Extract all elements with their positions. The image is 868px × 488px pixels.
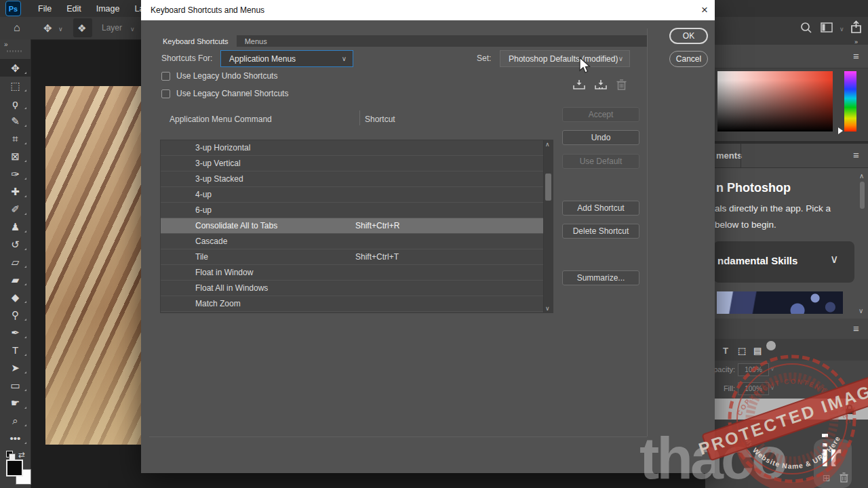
scroll-up-icon[interactable]: ∧ bbox=[859, 172, 864, 180]
fundamental-skills-card[interactable]: ndamental Skills ∨ bbox=[713, 241, 854, 283]
auto-select-icon[interactable]: ❖ bbox=[73, 18, 92, 37]
new-layer-icon[interactable]: ⊞ bbox=[823, 472, 831, 483]
filter-type-icon[interactable]: T bbox=[723, 346, 728, 356]
auto-select-target-select[interactable]: Layer bbox=[102, 23, 122, 33]
scroll-down-icon[interactable]: ∨ bbox=[859, 307, 863, 314]
quick-selection-tool[interactable]: ✎ bbox=[0, 112, 31, 129]
shortcut-row[interactable]: Tile Shift+Ctrl+T bbox=[161, 249, 553, 265]
chevron-down-icon[interactable]: ∨ bbox=[770, 385, 774, 391]
scroll-up-icon[interactable]: ∧ bbox=[545, 141, 550, 148]
filter-transform-icon[interactable]: ⬚ bbox=[738, 346, 746, 356]
crop-tool[interactable]: ⌗ bbox=[0, 129, 31, 147]
tab-keyboard-shortcuts[interactable]: Keyboard Shortcuts bbox=[155, 35, 237, 47]
menu-item[interactable]: File bbox=[31, 4, 59, 14]
menu-item[interactable]: Image bbox=[89, 4, 127, 14]
home-icon[interactable]: ⌂ bbox=[14, 22, 20, 33]
document-photo[interactable] bbox=[45, 86, 141, 445]
shortcut-row[interactable]: Float in Window bbox=[161, 265, 553, 281]
toolbar-grip[interactable] bbox=[7, 50, 22, 52]
cancel-button[interactable]: Cancel bbox=[669, 51, 708, 67]
shortcut-row[interactable]: 3-up Stacked bbox=[161, 171, 553, 187]
selected-layer-row[interactable] bbox=[707, 399, 868, 420]
shortcuts-for-select[interactable]: Application Menus ∨ bbox=[220, 50, 353, 67]
hue-slider-marker[interactable] bbox=[838, 127, 843, 134]
default-colors-icon[interactable] bbox=[6, 451, 15, 460]
checkbox-unchecked[interactable] bbox=[161, 89, 170, 98]
lasso-tool[interactable]: ϙ bbox=[0, 94, 31, 112]
workspace-switcher-icon[interactable] bbox=[821, 22, 833, 33]
filter-toggle-icon[interactable] bbox=[766, 341, 776, 350]
move-tool[interactable]: ✥ bbox=[0, 59, 31, 77]
set-select[interactable]: Photoshop Defaults (modified) ∨ bbox=[500, 50, 630, 67]
tab-menus[interactable]: Menus bbox=[237, 35, 275, 47]
panel-menu-icon[interactable]: ≡ bbox=[853, 325, 859, 333]
save-set-as-icon[interactable] bbox=[595, 79, 607, 93]
shortcut-row[interactable]: 3-up Horizontal bbox=[161, 140, 553, 156]
history-brush-tool[interactable]: ↺ bbox=[0, 235, 31, 253]
shortcut-row[interactable]: Float All in Windows bbox=[161, 281, 553, 296]
checkbox-unchecked[interactable] bbox=[161, 72, 170, 81]
menu-item[interactable]: Edit bbox=[59, 4, 89, 14]
shortcut-row[interactable]: Consolidate All to Tabs Shift+Ctrl+R bbox=[161, 218, 553, 234]
summarize-button[interactable]: Summarize... bbox=[562, 270, 639, 285]
rectangular-marquee-tool[interactable]: ⬚ bbox=[0, 77, 31, 94]
scroll-down-icon[interactable]: ∨ bbox=[545, 305, 550, 312]
type-tool[interactable]: T bbox=[0, 341, 31, 359]
undo-button[interactable]: Undo bbox=[562, 130, 639, 145]
hand-tool[interactable]: ☛ bbox=[0, 394, 31, 411]
legacy-channel-checkbox-row[interactable]: Use Legacy Channel Shortcuts bbox=[161, 89, 288, 98]
collapse-panel-icon[interactable]: » bbox=[4, 41, 7, 48]
blur-tool[interactable]: ◆ bbox=[0, 288, 31, 306]
ok-button[interactable]: OK bbox=[669, 28, 708, 44]
chevron-down-icon[interactable]: ∨ bbox=[840, 24, 844, 35]
zoom-tool[interactable]: ⌕ bbox=[0, 411, 31, 429]
gradient-tool[interactable]: ▰ bbox=[0, 270, 31, 288]
panel-tab[interactable]: ments bbox=[716, 150, 742, 161]
shortcut-row[interactable]: Match Zoom bbox=[161, 296, 553, 312]
shortcut-row[interactable]: Cascade bbox=[161, 234, 553, 249]
legacy-undo-checkbox-row[interactable]: Use Legacy Undo Shortcuts bbox=[161, 71, 277, 81]
delete-layer-icon[interactable] bbox=[840, 472, 848, 485]
tutorial-thumbnail[interactable] bbox=[717, 291, 843, 314]
pen-tool[interactable]: ✒ bbox=[0, 323, 31, 341]
panel-menu-icon[interactable]: ≡ bbox=[853, 151, 859, 159]
hue-slider[interactable] bbox=[844, 71, 856, 131]
clone-stamp-tool[interactable]: ♟ bbox=[0, 218, 31, 235]
accept-button[interactable]: Accept bbox=[562, 107, 639, 122]
opacity-value[interactable]: 100% bbox=[738, 363, 769, 376]
fill-value[interactable]: 100% bbox=[738, 382, 769, 395]
use-default-button[interactable]: Use Default bbox=[562, 154, 639, 169]
save-set-icon[interactable] bbox=[573, 79, 585, 93]
move-tool-option-icon[interactable]: ✥ bbox=[43, 23, 52, 33]
dodge-tool[interactable]: ⚲ bbox=[0, 306, 31, 323]
eraser-tool[interactable]: ▱ bbox=[0, 253, 31, 270]
path-selection-tool[interactable]: ➤ bbox=[0, 359, 31, 376]
dialog-title-bar[interactable]: Keyboard Shortcuts and Menus × bbox=[141, 0, 715, 20]
close-icon[interactable]: × bbox=[697, 3, 712, 17]
rectangle-tool[interactable]: ▭ bbox=[0, 376, 31, 394]
delete-shortcut-button[interactable]: Delete Shortcut bbox=[562, 224, 639, 239]
chevron-down-icon[interactable]: ∨ bbox=[58, 24, 63, 35]
spot-healing-brush-tool[interactable]: ✚ bbox=[0, 182, 31, 200]
add-shortcut-button[interactable]: Add Shortcut bbox=[562, 201, 639, 216]
shortcut-row[interactable]: 3-up Vertical bbox=[161, 156, 553, 171]
shortcut-row[interactable]: 4-up bbox=[161, 187, 553, 203]
scrollbar-thumb[interactable] bbox=[545, 174, 551, 201]
frame-tool[interactable]: ⊠ bbox=[0, 147, 31, 165]
chevron-down-icon[interactable]: ∨ bbox=[830, 252, 838, 266]
edit-toolbar-ellipsis[interactable]: ••• bbox=[0, 429, 31, 447]
panel-menu-icon[interactable]: ≡ bbox=[853, 52, 859, 60]
eyedropper-tool[interactable]: ✑ bbox=[0, 165, 31, 182]
delete-set-icon[interactable] bbox=[616, 79, 627, 93]
swap-colors-icon[interactable]: ⇄ bbox=[18, 450, 25, 460]
filter-pixel-layer-icon[interactable]: ▤ bbox=[753, 346, 762, 356]
search-icon[interactable] bbox=[800, 22, 812, 34]
shortcut-row[interactable]: 6-up bbox=[161, 203, 553, 218]
share-icon[interactable] bbox=[850, 20, 863, 34]
brush-tool[interactable]: ✐ bbox=[0, 200, 31, 218]
foreground-color-swatch[interactable] bbox=[6, 460, 23, 476]
table-scrollbar[interactable]: ∧ ∨ bbox=[543, 140, 553, 312]
color-saturation-field[interactable] bbox=[717, 71, 833, 131]
scrollbar-thumb[interactable] bbox=[860, 182, 865, 209]
chevron-down-icon[interactable]: ∨ bbox=[770, 366, 774, 372]
